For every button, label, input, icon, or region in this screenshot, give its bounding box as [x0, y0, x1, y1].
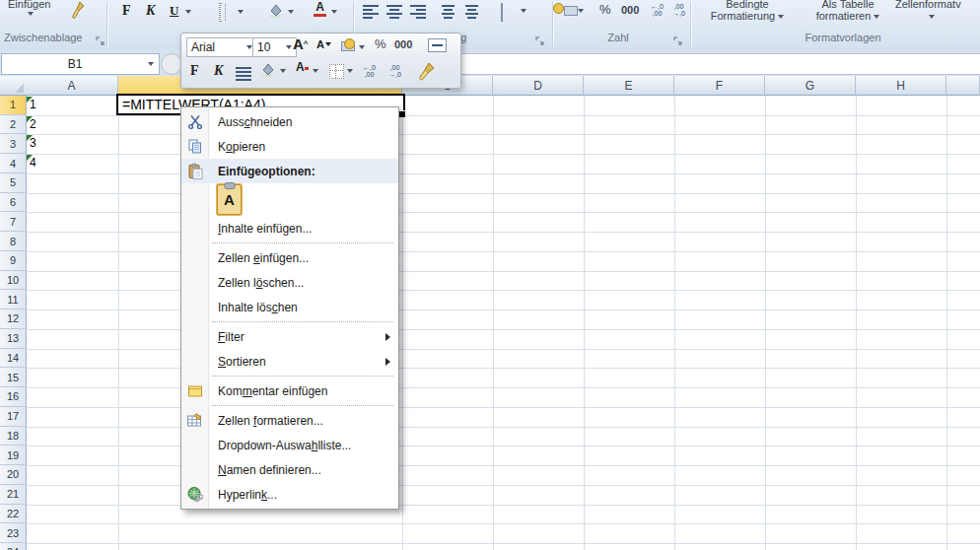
- italic-button[interactable]: K: [146, 3, 155, 19]
- menu-item-einfügeoptionen[interactable]: Einfügeoptionen:: [181, 159, 398, 183]
- decrease-decimal-button[interactable]: ,00 →,0: [672, 3, 685, 17]
- row-header-21[interactable]: 21: [0, 485, 27, 505]
- mini-percent-button[interactable]: %: [375, 36, 386, 51]
- merge-center-icon[interactable]: [501, 3, 503, 22]
- mini-font-color-button[interactable]: A: [296, 62, 309, 73]
- menu-item-dropdown-auswahlliste[interactable]: Dropdown-Auswahlliste...: [181, 433, 398, 457]
- conditional-formatting-button[interactable]: Bedingte Formatierung: [696, 0, 799, 22]
- percent-style-button[interactable]: %: [599, 2, 611, 17]
- comma-style-button[interactable]: 000: [621, 4, 639, 16]
- alignment-dialog-launcher-icon[interactable]: [535, 34, 546, 44]
- mini-increase-decimal-button[interactable]: ←,0 ,00: [363, 64, 376, 78]
- mini-borders-icon[interactable]: [329, 64, 344, 79]
- row-header-24[interactable]: 24: [0, 543, 27, 550]
- mini-decrease-decimal-button[interactable]: ,00 →,0: [388, 64, 401, 78]
- row-header-23[interactable]: 23: [0, 523, 27, 543]
- name-box[interactable]: B1: [1, 53, 160, 75]
- cell-A3[interactable]: 3: [26, 136, 121, 150]
- row-header-4[interactable]: 4: [0, 154, 27, 173]
- paste-button[interactable]: Einfügen: [8, 0, 50, 10]
- mini-fill-color-icon[interactable]: [260, 62, 277, 77]
- cell-A4[interactable]: 4: [26, 156, 121, 170]
- align-center-icon[interactable]: [386, 3, 402, 19]
- column-header-D[interactable]: D: [493, 76, 584, 96]
- row-header-5[interactable]: 5: [0, 173, 27, 193]
- menu-item-zellen-formatieren[interactable]: Zellen formatieren...: [181, 408, 398, 433]
- align-right-icon[interactable]: [410, 3, 426, 19]
- row-header-3[interactable]: 3: [0, 134, 27, 154]
- menu-item-kommentar-einfügen[interactable]: Kommentar einfügen: [181, 378, 398, 403]
- format-painter-icon[interactable]: [71, 1, 88, 24]
- row-header-7[interactable]: 7: [0, 212, 27, 232]
- mini-fill-color-caret[interactable]: [280, 69, 286, 73]
- mini-accounting-icon[interactable]: [341, 38, 355, 51]
- menu-item-namen-definieren[interactable]: Namen definieren...: [181, 457, 398, 482]
- column-header-F[interactable]: F: [674, 76, 765, 96]
- row-header-22[interactable]: 22: [0, 505, 27, 524]
- mini-italic-button[interactable]: K: [214, 63, 223, 79]
- cell-A2[interactable]: 2: [26, 117, 121, 131]
- row-header-14[interactable]: 14: [0, 349, 27, 369]
- menu-item-inhalte-löschen[interactable]: Inhalte löschen: [181, 295, 398, 319]
- row-header-9[interactable]: 9: [0, 251, 27, 271]
- mini-borders-caret[interactable]: [347, 69, 353, 73]
- merge-center-caret[interactable]: [521, 9, 526, 13]
- row-header-16[interactable]: 16: [0, 387, 27, 407]
- select-all-corner[interactable]: [0, 76, 27, 96]
- fill-handle[interactable]: [398, 110, 406, 118]
- accounting-caret[interactable]: [578, 9, 584, 13]
- paste-keep-formatting-button[interactable]: A: [217, 184, 242, 215]
- number-dialog-launcher-icon[interactable]: [673, 34, 684, 44]
- menu-item-sortieren[interactable]: Sortieren: [181, 349, 398, 374]
- mini-font-name-combo[interactable]: Arial: [186, 37, 257, 57]
- column-header-partial[interactable]: [946, 76, 980, 96]
- decrease-indent-icon[interactable]: [442, 3, 455, 19]
- row-header-2[interactable]: 2: [0, 115, 27, 135]
- row-header-11[interactable]: 11: [0, 290, 27, 309]
- fill-color-caret[interactable]: [288, 10, 294, 14]
- increase-indent-icon[interactable]: [465, 3, 478, 19]
- column-header-H[interactable]: H: [856, 76, 946, 96]
- cell-styles-button[interactable]: Zellenformatv: [895, 0, 980, 22]
- format-as-table-button[interactable]: Als Tabelle formatieren: [801, 0, 895, 22]
- row-header-18[interactable]: 18: [0, 427, 27, 447]
- row-header-20[interactable]: 20: [0, 465, 27, 485]
- row-header-6[interactable]: 6: [0, 193, 27, 213]
- row-header-15[interactable]: 15: [0, 368, 27, 387]
- borders-button-icon[interactable]: [219, 3, 221, 22]
- insert-function-button[interactable]: [161, 53, 182, 75]
- underline-button[interactable]: U: [170, 3, 178, 19]
- increase-decimal-button[interactable]: ←,0 ,00: [651, 3, 664, 17]
- row-header-10[interactable]: 10: [0, 271, 27, 291]
- row-header-13[interactable]: 13: [0, 329, 27, 349]
- mini-comma-button[interactable]: 000: [394, 38, 412, 50]
- fill-color-icon[interactable]: [268, 3, 285, 22]
- column-header-G[interactable]: G: [765, 76, 856, 96]
- mini-center-icon[interactable]: [236, 65, 251, 81]
- name-box-caret[interactable]: [148, 62, 154, 66]
- menu-item-ausschneiden[interactable]: Ausschneiden: [181, 109, 398, 134]
- menu-item-zellen-löschen[interactable]: Zellen löschen...: [181, 270, 398, 295]
- menu-item-kopieren[interactable]: Kopieren: [181, 134, 398, 159]
- mini-accounting-caret[interactable]: [359, 45, 365, 49]
- menu-item-zellen-einfügen[interactable]: Zellen einfügen...: [181, 245, 398, 270]
- mini-merge-center-icon[interactable]: [428, 38, 447, 52]
- mini-shrink-font-button[interactable]: A: [316, 38, 331, 50]
- mini-bold-button[interactable]: F: [190, 63, 199, 79]
- clipboard-dialog-launcher-icon[interactable]: [96, 34, 106, 44]
- row-header-17[interactable]: 17: [0, 407, 27, 427]
- column-header-E[interactable]: E: [584, 76, 674, 96]
- borders-caret[interactable]: [238, 10, 244, 14]
- row-header-8[interactable]: 8: [0, 232, 27, 251]
- bold-button[interactable]: F: [122, 3, 131, 19]
- mini-grow-font-button[interactable]: A^: [293, 35, 309, 52]
- font-color-caret[interactable]: [331, 10, 337, 14]
- menu-item-hyperlink[interactable]: Hyperlink...: [181, 482, 398, 507]
- mini-font-color-caret[interactable]: [313, 69, 318, 73]
- row-header-1[interactable]: 1: [0, 96, 27, 115]
- cell-A1[interactable]: 1: [26, 98, 121, 111]
- mini-font-size-combo[interactable]: 10: [252, 37, 297, 57]
- menu-item-filter[interactable]: Filter: [181, 324, 398, 349]
- align-left-icon[interactable]: [363, 3, 379, 19]
- underline-caret[interactable]: [185, 10, 191, 14]
